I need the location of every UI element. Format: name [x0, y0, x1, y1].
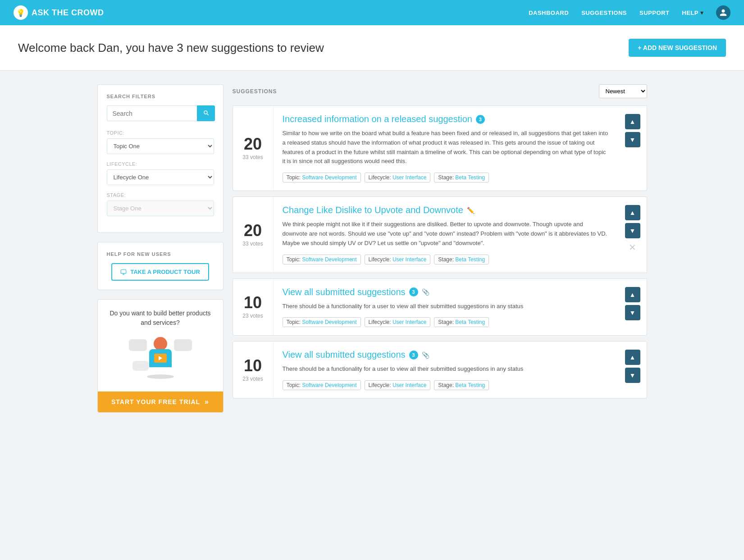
search-row — [107, 105, 214, 121]
suggestion-link[interactable]: Change Like Dislike to Upvote and Downvo… — [283, 205, 463, 215]
suggestion-text: We think people might not like it if the… — [283, 220, 610, 248]
topic-tag: Topic: Software Development — [283, 380, 361, 390]
suggestion-card: 20 33 votes Change Like Dislike to Upvot… — [233, 196, 647, 273]
suggestions-title: SUGGESTIONS — [233, 88, 277, 95]
nav-help: HELP — [682, 9, 698, 16]
downvote-button[interactable]: ▼ — [625, 223, 640, 238]
suggestion-body: View all submitted suggestions 3📎 There … — [274, 341, 619, 398]
logo: 💡 ASK THE CROWD — [14, 5, 104, 20]
upvote-button[interactable]: ▲ — [625, 205, 640, 220]
promo-content: Do you want to build better products and… — [98, 300, 223, 392]
topic-label: TOPIC: — [107, 130, 214, 136]
suggestions-header: SUGGESTIONS Newest Oldest Most Votes — [233, 84, 647, 98]
avatar[interactable] — [716, 5, 730, 20]
topic-select[interactable]: Topic One — [107, 138, 214, 154]
help-section: HELP FOR NEW USERS TAKE A PRODUCT TOUR — [97, 242, 224, 290]
downvote-button[interactable]: ▼ — [625, 132, 640, 147]
vote-actions: ▲ ▼ ✕ — [619, 197, 647, 272]
chevron-down-icon: ▾ — [700, 9, 703, 16]
suggestion-title: View all submitted suggestions 3📎 — [283, 350, 610, 360]
paperclip-icon: 📎 — [422, 288, 429, 296]
suggestion-body: Increased information on a released sugg… — [274, 106, 619, 191]
vote-label: 33 votes — [242, 241, 263, 247]
filters-title: SEARCH FILTERS — [107, 94, 214, 99]
suggestion-card: 10 23 votes View all submitted suggestio… — [233, 341, 647, 399]
vote-number: 20 — [244, 136, 262, 152]
suggestion-link[interactable]: Increased information on a released sugg… — [283, 114, 472, 124]
lifecycle-label: LIFECYCLE: — [107, 161, 214, 167]
suggestion-link[interactable]: View all submitted suggestions — [283, 350, 406, 360]
nav-dashboard[interactable]: DASHBOARD — [529, 9, 569, 16]
upvote-button[interactable]: ▲ — [625, 287, 640, 302]
vote-badge: 3 — [409, 351, 418, 360]
suggestion-tags: Topic: Software Development Lifecycle: U… — [283, 173, 610, 182]
vote-badge: 3 — [409, 287, 418, 296]
logo-text: ASK THE CROWD — [32, 8, 104, 18]
welcome-bar: Welcome back Dan, you have 3 new suggest… — [0, 25, 744, 71]
stage-tag: Stage: Beta Testing — [434, 317, 489, 327]
nav-help-dropdown[interactable]: HELP ▾ — [682, 9, 703, 16]
promo-text: Do you want to build better products and… — [105, 309, 216, 328]
lifecycle-tag: Lifecycle: User Interface — [365, 255, 431, 264]
downvote-button[interactable]: ▼ — [625, 305, 640, 320]
promo-card: Do you want to build better products and… — [97, 299, 224, 413]
product-tour-button[interactable]: TAKE A PRODUCT TOUR — [111, 263, 209, 281]
vote-badge: 3 — [476, 115, 485, 124]
lifecycle-select[interactable]: Lifecycle One — [107, 169, 214, 185]
vote-actions: ▲ ▼ — [619, 341, 647, 398]
promo-cta-button[interactable]: START YOUR FREE TRIAL » — [98, 392, 223, 412]
vote-box: 10 23 votes — [233, 279, 274, 336]
vote-label: 23 votes — [242, 376, 263, 382]
search-input[interactable] — [107, 105, 197, 121]
lifecycle-tag: Lifecycle: User Interface — [365, 173, 431, 182]
vote-number: 20 — [244, 223, 262, 239]
vote-box: 20 33 votes — [233, 197, 274, 272]
lifecycle-tag: Lifecycle: User Interface — [365, 317, 431, 327]
header: 💡 ASK THE CROWD DASHBOARD SUGGESTIONS SU… — [0, 0, 744, 25]
promo-cta-label: START YOUR FREE TRIAL — [111, 398, 200, 405]
upvote-button[interactable]: ▲ — [625, 114, 640, 129]
stage-tag: Stage: Beta Testing — [434, 173, 489, 182]
suggestion-body: Change Like Dislike to Upvote and Downvo… — [274, 197, 619, 272]
vote-box: 10 23 votes — [233, 341, 274, 398]
stage-select[interactable]: Stage One — [107, 200, 214, 216]
suggestion-text: There should be a functionality for a us… — [283, 364, 610, 374]
suggestion-title: View all submitted suggestions 3📎 — [283, 287, 610, 297]
stage-tag: Stage: Beta Testing — [434, 380, 489, 390]
add-suggestion-button[interactable]: + ADD NEW SUGGESTION — [629, 39, 726, 57]
vote-label: 33 votes — [242, 154, 263, 160]
suggestion-tags: Topic: Software Development Lifecycle: U… — [283, 380, 610, 390]
paperclip-icon: 📎 — [422, 351, 429, 359]
search-button[interactable] — [197, 105, 215, 121]
upvote-button[interactable]: ▲ — [625, 350, 640, 365]
svg-rect-0 — [121, 269, 126, 273]
sidebar: SEARCH FILTERS TOPIC: Topic One LIFECYCL… — [97, 84, 224, 413]
suggestion-tags: Topic: Software Development Lifecycle: U… — [283, 317, 610, 327]
edit-icon[interactable]: ✏️ — [467, 207, 475, 214]
arrows-icon: » — [205, 398, 209, 406]
suggestion-body: View all submitted suggestions 3📎 There … — [274, 279, 619, 336]
suggestion-title: Increased information on a released sugg… — [283, 114, 610, 124]
suggestion-link[interactable]: View all submitted suggestions — [283, 287, 406, 297]
suggestion-text: Similar to how we write on the board wha… — [283, 129, 610, 166]
tour-btn-label: TAKE A PRODUCT TOUR — [130, 269, 200, 275]
stage-label: STAGE: — [107, 192, 214, 198]
promo-illustration — [129, 335, 192, 380]
nav-support[interactable]: SUPPORT — [639, 9, 669, 16]
vote-box: 20 33 votes — [233, 106, 274, 191]
vote-number: 10 — [244, 295, 262, 311]
downvote-button[interactable]: ▼ — [625, 368, 640, 383]
suggestion-text: There should be a functionality for a us… — [283, 302, 610, 311]
delete-button[interactable]: ✕ — [629, 242, 636, 253]
vote-actions: ▲ ▼ — [619, 106, 647, 191]
help-title: HELP FOR NEW USERS — [107, 251, 214, 257]
topic-tag: Topic: Software Development — [283, 173, 361, 182]
search-filters-section: SEARCH FILTERS TOPIC: Topic One LIFECYCL… — [97, 84, 224, 233]
main-layout: SEARCH FILTERS TOPIC: Topic One LIFECYCL… — [79, 71, 665, 426]
welcome-message: Welcome back Dan, you have 3 new suggest… — [18, 41, 324, 55]
stage-tag: Stage: Beta Testing — [434, 255, 489, 264]
nav-suggestions[interactable]: SUGGESTIONS — [581, 9, 627, 16]
suggestions-list: 20 33 votes Increased information on a r… — [233, 105, 647, 399]
sort-select[interactable]: Newest Oldest Most Votes — [599, 84, 647, 98]
main-nav: DASHBOARD SUGGESTIONS SUPPORT HELP ▾ — [529, 5, 730, 20]
